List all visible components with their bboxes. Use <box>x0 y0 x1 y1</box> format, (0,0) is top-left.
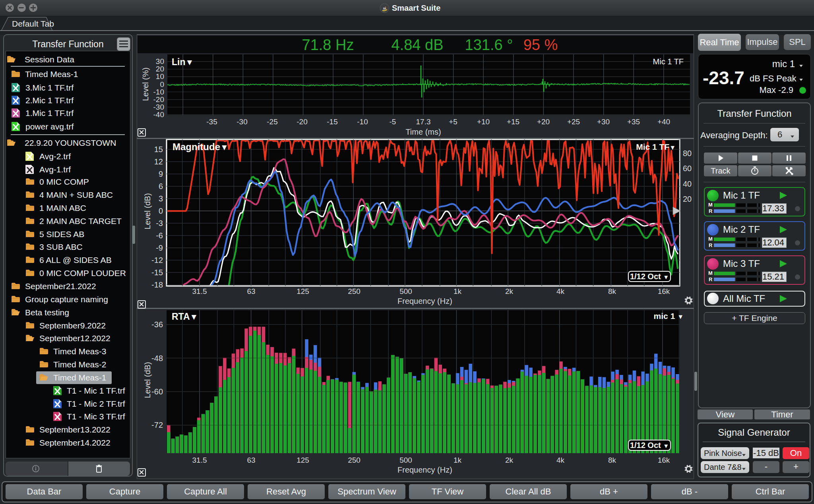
svg-text:si: si <box>383 6 386 10</box>
